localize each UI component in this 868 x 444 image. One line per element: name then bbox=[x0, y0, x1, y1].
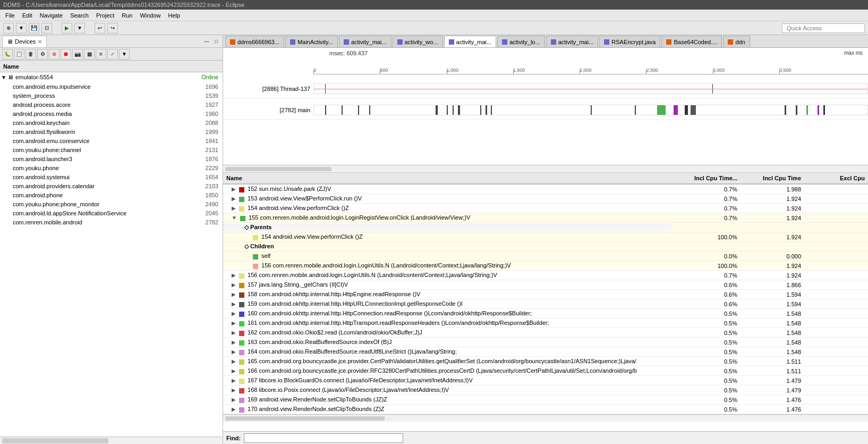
update-threads-btn[interactable]: 📋 bbox=[14, 49, 24, 60]
menu-edit[interactable]: Edit bbox=[19, 11, 36, 20]
table-row[interactable]: 154 android.view.View.performClick ()Z 1… bbox=[223, 232, 868, 242]
view-btn[interactable]: ▼ bbox=[119, 49, 130, 60]
list-item[interactable]: com.android.emu.coreservice 1841 bbox=[0, 136, 223, 145]
table-row[interactable]: ▶ 166 com.android.org.bouncycastle.jce.p… bbox=[223, 366, 868, 376]
table-row[interactable]: ▶ 158 com.android.okhttp.internal.http.H… bbox=[223, 290, 868, 299]
tab-activity-mai-3[interactable]: activity_mai... bbox=[546, 36, 599, 47]
toolbar-run-btn[interactable]: ▶ bbox=[62, 23, 72, 33]
list-item[interactable]: com.android.emu.inputservice 1696 bbox=[0, 82, 223, 91]
pr-incl-pct: 0.5% bbox=[671, 358, 741, 365]
table-row[interactable]: self 0.0% 0.000 bbox=[223, 252, 868, 261]
debug-device-btn[interactable]: 🐛 bbox=[2, 49, 13, 60]
pr-incl-pct: 0.5% bbox=[671, 320, 741, 326]
table-row[interactable]: ▶ 159 com.android.okhttp.internal.http.H… bbox=[223, 299, 868, 309]
table-row[interactable]: ▶ 164 com.android.okio.RealBufferedSourc… bbox=[223, 347, 868, 357]
table-row[interactable]: ▶ 167 libcore.io.BlockGuardOs.connect (L… bbox=[223, 376, 868, 386]
devices-tab-close[interactable]: ✕ bbox=[38, 39, 42, 45]
toolbar-btn-5[interactable]: ▼ bbox=[74, 23, 85, 33]
table-row[interactable]: ▶ 157 java.lang.String._getChars (II[CI)… bbox=[223, 280, 868, 290]
list-item[interactable]: android.process.media 1960 bbox=[0, 109, 223, 118]
process-pid-0: 1696 bbox=[190, 83, 222, 90]
gc-btn[interactable]: ⚙ bbox=[37, 49, 48, 60]
devices-tab[interactable]: 🖥 Devices ✕ bbox=[2, 36, 47, 47]
table-row[interactable]: ▶ 153 android.view.View$PerformClick.run… bbox=[223, 194, 868, 204]
timeline-area: msec: 609.437 max ms 0 500 1,000 1,500 2… bbox=[223, 48, 868, 173]
pr-incl-pct: 0.5% bbox=[671, 330, 741, 336]
table-row[interactable]: ▶ 161 com.android.okhttp.internal.http.H… bbox=[223, 319, 868, 328]
list-item[interactable]: com.youku.phone 2229 bbox=[0, 163, 223, 172]
list-item[interactable]: com.youku.phone:phone_monitor 2490 bbox=[0, 199, 223, 208]
stop-btn[interactable]: ⏹ bbox=[61, 49, 71, 60]
list-item[interactable]: com.android.ld.appStore.NotificationServ… bbox=[0, 208, 223, 217]
tab-activity-lo[interactable]: activity_lo... bbox=[497, 36, 544, 47]
thread-updates-btn[interactable]: ▦ bbox=[84, 49, 95, 60]
pr-incl-pct: 0.5% bbox=[671, 311, 741, 317]
table-row[interactable]: ▶ 156 com.renren.mobile.android.login.Lo… bbox=[223, 271, 868, 280]
table-row[interactable]: ▶ 165 com.android.org.bouncycastle.jce.p… bbox=[223, 357, 868, 366]
screenshot-btn[interactable]: 📷 bbox=[72, 49, 83, 60]
update-heap-btn[interactable]: 🗑 bbox=[25, 49, 36, 60]
tab-activity-mai-2[interactable]: activity_mai... bbox=[444, 36, 497, 47]
tab-base64[interactable]: Base64Coded.... bbox=[661, 36, 722, 47]
maximize-btn[interactable]: □ bbox=[212, 37, 220, 46]
list-item[interactable]: com.renren.mobile.android 2782 bbox=[0, 217, 223, 227]
tab-icons: — □ bbox=[202, 37, 220, 46]
tab-mainactivity[interactable]: MainActivity... bbox=[285, 36, 338, 47]
pr-incl-time: 1.924 bbox=[741, 205, 804, 212]
table-row[interactable]: ▼ 155 com.renren.mobile.android.login.Lo… bbox=[223, 213, 868, 223]
java-icon-6 bbox=[551, 39, 556, 45]
table-row[interactable]: ▶ 162 com.android.okio.Okio$2.read (Lcom… bbox=[223, 328, 868, 338]
table-row[interactable]: 156 com.renren.mobile.android.login.Logi… bbox=[223, 261, 868, 271]
table-row[interactable]: ▶ 170 android.view.RenderNode.setClipToB… bbox=[223, 405, 868, 414]
menu-navigate[interactable]: Navigate bbox=[37, 11, 66, 20]
table-row[interactable]: ▶ 152 sun.misc.Unsafe.park (ZJ)V 0.7% 1.… bbox=[223, 185, 868, 194]
toolbar-btn-2[interactable]: ▼ bbox=[16, 23, 27, 33]
pr-name: 154 android.view.View.performClick ()Z bbox=[223, 233, 671, 240]
hprof-btn[interactable]: ⊕ bbox=[49, 49, 59, 60]
pr-name: ▶ 152 sun.misc.Unsafe.park (ZJ)V bbox=[223, 186, 671, 192]
toolbar-btn-3[interactable]: 💾 bbox=[29, 23, 39, 33]
menu-search[interactable]: Search bbox=[67, 11, 92, 20]
list-item[interactable]: com.android.systemui 1654 bbox=[0, 172, 223, 181]
table-row[interactable]: ▶ 169 android.view.RenderNode.setClipToB… bbox=[223, 395, 868, 405]
tab-ddn[interactable]: ddn bbox=[723, 36, 750, 47]
menu-file[interactable]: File bbox=[2, 11, 18, 20]
check-btn[interactable]: ✓ bbox=[107, 49, 118, 60]
left-scrollbar[interactable] bbox=[0, 437, 223, 444]
tab-ddms[interactable]: ddms6666963... bbox=[225, 36, 284, 47]
table-row[interactable]: ▶ 163 com.android.okio.RealBufferedSourc… bbox=[223, 338, 868, 347]
list-item[interactable]: com.android.providers.calendar 2103 bbox=[0, 181, 223, 190]
toolbar-redo-btn[interactable]: ↪ bbox=[107, 23, 118, 33]
devices-tree[interactable]: ▼ 🖥 emulator-5554 Online com.android.emu… bbox=[0, 72, 223, 437]
quick-access-input[interactable] bbox=[782, 23, 865, 33]
list-item[interactable]: com.android.phone 1850 bbox=[0, 190, 223, 199]
profile-area[interactable]: ▶ 152 sun.misc.Unsafe.park (ZJ)V 0.7% 1.… bbox=[223, 185, 868, 431]
table-row[interactable]: ▶ 168 libcore.io.Posix.connect (Ljava/io… bbox=[223, 386, 868, 395]
toolbar-undo-btn[interactable]: ↩ bbox=[95, 23, 105, 33]
list-item[interactable]: android.process.acore 1927 bbox=[0, 100, 223, 109]
tab-activity-mai-1[interactable]: activity_mai... bbox=[339, 36, 392, 47]
menu-run[interactable]: Run bbox=[118, 11, 135, 20]
list-item[interactable]: com.android.keychain 2088 bbox=[0, 118, 223, 127]
msec-label: msec: 609.437 bbox=[329, 50, 368, 56]
toolbar-new-btn[interactable]: ⊕ bbox=[3, 23, 14, 33]
toolbar-btn-4[interactable]: ⊡ bbox=[41, 23, 52, 33]
table-row[interactable]: ▶ 154 android.view.View.performClick ()Z… bbox=[223, 204, 868, 213]
menu-project[interactable]: Project bbox=[93, 11, 117, 20]
pr-incl-pct: 0.5% bbox=[671, 339, 741, 346]
list-item[interactable]: com.android.launcher3 1876 bbox=[0, 154, 223, 163]
method-profiling-btn[interactable]: ≡ bbox=[96, 49, 106, 60]
list-item[interactable]: com.android.flysilkworm 1999 bbox=[0, 127, 223, 136]
tab-activity-wo[interactable]: activity_wo... bbox=[393, 36, 443, 47]
table-row: ◇ Children bbox=[223, 242, 868, 252]
device-emulator[interactable]: ▼ 🖥 emulator-5554 Online bbox=[0, 72, 223, 82]
find-bar: Find: bbox=[223, 431, 868, 444]
tab-rsaencrypt[interactable]: RSAEncrypt.java bbox=[599, 36, 660, 47]
table-row[interactable]: ▶ 160 com.android.okhttp.internal.http.H… bbox=[223, 309, 868, 319]
list-item[interactable]: com.youku.phone:channel 2131 bbox=[0, 145, 223, 154]
find-input[interactable] bbox=[244, 433, 403, 443]
minimize-btn[interactable]: — bbox=[202, 37, 211, 46]
menu-window[interactable]: Window bbox=[137, 11, 164, 20]
menu-help[interactable]: Help bbox=[165, 11, 184, 20]
list-item[interactable]: system_process 1539 bbox=[0, 91, 223, 100]
